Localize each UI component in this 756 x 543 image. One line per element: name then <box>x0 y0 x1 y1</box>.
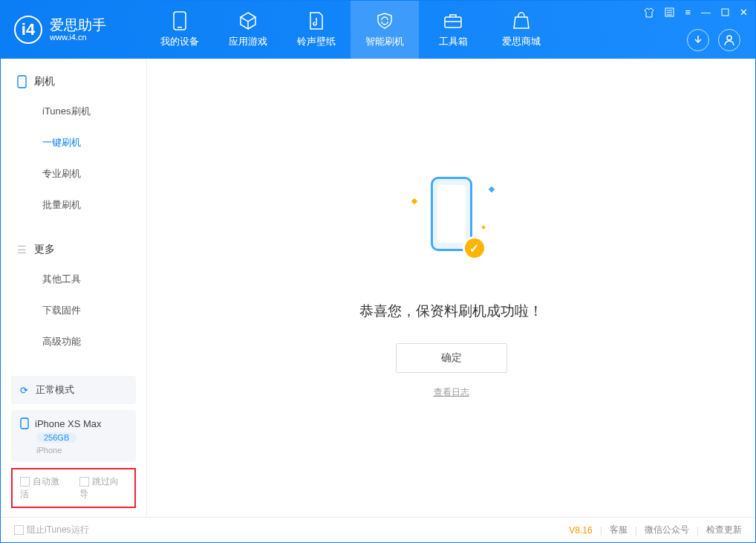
app-header: i4 爱思助手 www.i4.cn 我的设备 应用游戏 铃声壁纸 智能刷机 工具… <box>1 1 755 59</box>
sidebar-section-title: 更多 <box>34 243 55 256</box>
menu-list-icon[interactable] <box>665 7 674 17</box>
toolbox-icon <box>443 11 463 30</box>
tab-label: 智能刷机 <box>365 35 404 48</box>
header-action-buttons <box>687 29 740 51</box>
device-storage: 256GB <box>36 432 76 443</box>
ok-button[interactable]: 确定 <box>396 343 507 373</box>
list-icon: ☰ <box>17 244 27 256</box>
sidebar-item-advanced[interactable]: 高级功能 <box>1 326 146 357</box>
refresh-shield-icon <box>375 11 394 30</box>
tshirt-icon[interactable] <box>644 7 654 18</box>
sidebar: 刷机 iTunes刷机 一键刷机 专业刷机 批量刷机 ☰ 更多 其他工具 下载固… <box>1 59 147 517</box>
svg-rect-8 <box>722 9 729 16</box>
sidebar-head-flash: 刷机 <box>1 65 146 96</box>
tab-my-device[interactable]: 我的设备 <box>146 1 214 59</box>
app-logo: i4 爱思助手 www.i4.cn <box>1 16 146 44</box>
close-icon[interactable]: ✕ <box>740 7 748 18</box>
mode-card[interactable]: ⟳ 正常模式 <box>11 376 136 404</box>
footer: 阻止iTunes运行 V8.16 | 客服 | 微信公众号 | 检查更新 <box>1 517 755 542</box>
checkbox-skip-guide[interactable]: 跳过向导 <box>79 475 127 501</box>
download-button[interactable] <box>687 29 709 51</box>
tab-label: 我的设备 <box>160 35 199 48</box>
phone-outline-icon <box>17 75 27 88</box>
device-name: iPhone XS Max <box>35 418 102 429</box>
tab-label: 爱思商城 <box>502 35 541 48</box>
sidebar-item-itunes-flash[interactable]: iTunes刷机 <box>1 96 146 127</box>
result-panel: ✓ 恭喜您，保资料刷机成功啦！ 确定 查看日志 <box>359 177 543 399</box>
tab-apps-games[interactable]: 应用游戏 <box>214 1 282 59</box>
sidebar-section-more: ☰ 更多 其他工具 下载固件 高级功能 <box>1 227 146 363</box>
options-highlighted: 自动激活 跳过向导 <box>11 468 136 508</box>
success-title: 恭喜您，保资料刷机成功啦！ <box>359 302 543 321</box>
settings-menu-icon[interactable]: ≡ <box>685 7 691 18</box>
tab-store[interactable]: 爱思商城 <box>487 1 555 59</box>
music-file-icon <box>307 11 326 30</box>
check-badge-icon: ✓ <box>463 236 486 260</box>
minimize-icon[interactable]: — <box>701 7 711 18</box>
sidebar-item-other-tools[interactable]: 其他工具 <box>1 264 146 295</box>
shopping-bag-icon <box>512 11 531 30</box>
sidebar-head-more: ☰ 更多 <box>1 233 146 264</box>
app-title: 爱思助手 <box>50 18 106 33</box>
tab-label: 应用游戏 <box>229 35 267 48</box>
footer-link-wechat[interactable]: 微信公众号 <box>645 524 689 536</box>
tab-label: 铃声壁纸 <box>297 35 336 48</box>
checkbox-block-itunes[interactable]: 阻止iTunes运行 <box>14 524 89 536</box>
header-tabs: 我的设备 应用游戏 铃声壁纸 智能刷机 工具箱 爱思商城 <box>146 1 555 59</box>
sidebar-item-pro-flash[interactable]: 专业刷机 <box>1 158 146 189</box>
footer-link-update[interactable]: 检查更新 <box>706 524 742 536</box>
app-subtitle: www.i4.cn <box>50 33 106 42</box>
version-label: V8.16 <box>569 525 592 536</box>
user-account-button[interactable] <box>718 29 740 51</box>
mode-label: 正常模式 <box>36 383 74 397</box>
svg-rect-1 <box>177 27 182 28</box>
success-illustration: ✓ <box>396 177 507 281</box>
window-controls: ≡ — ✕ <box>644 7 748 18</box>
sidebar-item-oneclick-flash[interactable]: 一键刷机 <box>1 127 146 158</box>
footer-link-service[interactable]: 客服 <box>610 524 628 536</box>
tab-ringtone-wallpaper[interactable]: 铃声壁纸 <box>282 1 351 59</box>
svg-point-9 <box>727 36 731 40</box>
sidebar-section-title: 刷机 <box>34 75 55 88</box>
sidebar-item-download-firmware[interactable]: 下载固件 <box>1 295 146 326</box>
device-type: iPhone <box>36 446 62 455</box>
sidebar-bottom: ⟳ 正常模式 iPhone XS Max 256GB iPhone 自动激活 跳… <box>1 370 146 517</box>
svg-rect-2 <box>445 17 461 27</box>
main-content: ✓ 恭喜您，保资料刷机成功啦！ 确定 查看日志 <box>147 59 755 517</box>
cube-icon <box>238 11 258 30</box>
maximize-icon[interactable] <box>721 8 729 16</box>
checkbox-auto-activate[interactable]: 自动激活 <box>20 475 68 501</box>
tab-smart-flash[interactable]: 智能刷机 <box>351 1 419 59</box>
device-card[interactable]: iPhone XS Max 256GB iPhone <box>11 410 136 462</box>
sidebar-item-batch-flash[interactable]: 批量刷机 <box>1 189 146 221</box>
view-log-link[interactable]: 查看日志 <box>434 386 469 399</box>
logo-icon: i4 <box>14 16 42 44</box>
tab-label: 工具箱 <box>439 35 468 48</box>
tab-toolbox[interactable]: 工具箱 <box>419 1 487 59</box>
svg-rect-10 <box>18 76 26 88</box>
sync-icon: ⟳ <box>20 385 28 396</box>
device-phone-icon <box>20 417 29 429</box>
phone-icon <box>170 11 189 30</box>
svg-rect-11 <box>21 418 28 429</box>
sidebar-section-flash: 刷机 iTunes刷机 一键刷机 专业刷机 批量刷机 <box>1 59 146 227</box>
